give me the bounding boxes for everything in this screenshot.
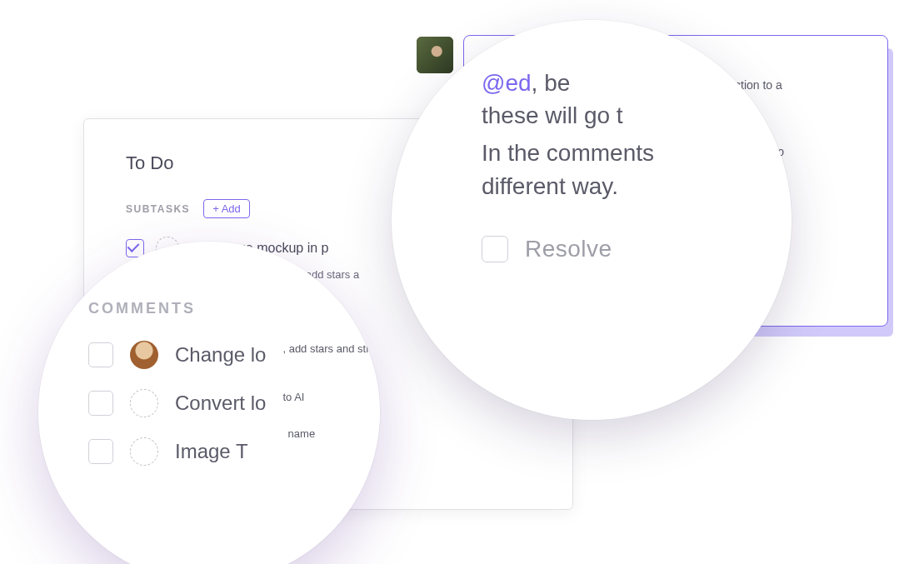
overflow-text: , add stars and stri bbox=[282, 342, 372, 355]
avatar-icon bbox=[130, 341, 158, 369]
subtasks-label: SUBTASKS bbox=[126, 203, 190, 215]
comment-item-label: Image T bbox=[175, 440, 248, 463]
comment-zoom-text: these will go t bbox=[482, 99, 782, 132]
resolve-label: Resolve bbox=[525, 236, 612, 262]
assignee-placeholder-icon[interactable] bbox=[130, 389, 158, 417]
comment-list-row[interactable]: Change lo, add stars and stri bbox=[88, 341, 372, 369]
resolve-row[interactable]: Resolve bbox=[482, 236, 782, 262]
magnifier-comment-zoom: @ed, be these will go t In the comments … bbox=[392, 20, 792, 420]
mention-zoom[interactable]: @ed bbox=[482, 70, 532, 96]
comment-checkbox[interactable] bbox=[88, 342, 113, 367]
magnifier-comments-list-zoom: COMMENTS Change lo, add stars and stri C… bbox=[38, 242, 380, 564]
comment-zoom-text: , be bbox=[532, 70, 571, 96]
add-subtask-button[interactable]: Add bbox=[203, 199, 250, 218]
comment-author-avatar bbox=[417, 37, 453, 73]
overflow-text: to AI bbox=[282, 391, 304, 403]
comment-checkbox[interactable] bbox=[88, 439, 113, 464]
comments-heading: COMMENTS bbox=[88, 300, 372, 317]
comment-list-row[interactable]: Convert loto AI bbox=[88, 389, 372, 417]
comment-zoom-text: different way. bbox=[482, 170, 782, 202]
overflow-text: name bbox=[288, 427, 316, 440]
comment-item-label: Change lo bbox=[175, 343, 266, 367]
comment-item-label: Convert lo bbox=[175, 392, 266, 415]
comment-zoom-text: In the comments bbox=[482, 137, 782, 169]
comment-list-row[interactable]: Image Tname bbox=[88, 437, 372, 466]
comment-checkbox[interactable] bbox=[88, 391, 113, 416]
resolve-checkbox[interactable] bbox=[482, 236, 508, 262]
assignee-placeholder-icon[interactable] bbox=[130, 437, 158, 466]
